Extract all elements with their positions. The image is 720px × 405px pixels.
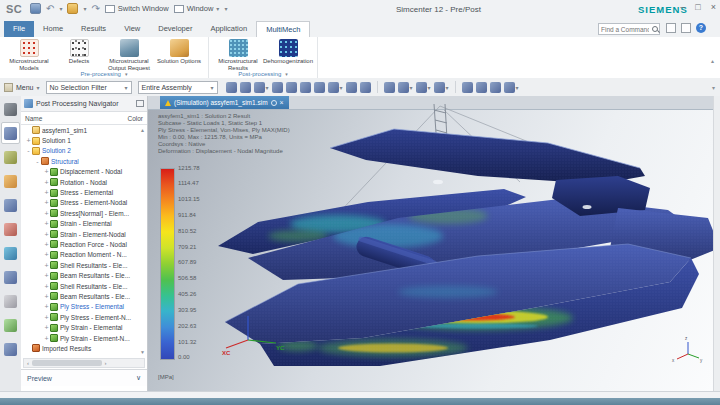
edit-section-icon[interactable]: [384, 82, 395, 93]
chevron-down-icon[interactable]: ▾: [428, 84, 431, 91]
tree-item[interactable]: +Ply Stress - Element-N...: [21, 312, 147, 322]
preferences-icon[interactable]: [504, 82, 515, 93]
selection-filter-select[interactable]: No Selection Filter ▾: [46, 81, 132, 94]
column-header-color[interactable]: Color: [127, 115, 143, 122]
layer-settings-icon[interactable]: [476, 82, 487, 93]
ribbon-tab-multimech[interactable]: MultiMech: [256, 21, 310, 37]
expander-icon[interactable]: +: [43, 293, 50, 300]
defects-button[interactable]: Defects: [54, 38, 104, 65]
documentation-icon[interactable]: [666, 23, 676, 33]
tree-item[interactable]: +Displacement - Nodal: [21, 167, 147, 177]
command-finder[interactable]: [598, 23, 660, 35]
post-processing-navigator-icon[interactable]: [1, 122, 20, 144]
simulation-navigator-icon[interactable]: [1, 146, 20, 168]
expander-icon[interactable]: +: [43, 251, 50, 258]
tree-item[interactable]: +Strain - Element-Nodal: [21, 229, 147, 239]
tree-item[interactable]: Imported Results: [21, 343, 147, 353]
expander-icon[interactable]: +: [43, 262, 50, 269]
window-layout-icon[interactable]: [254, 82, 265, 93]
menu-button[interactable]: Menu ▾: [4, 83, 40, 92]
maximize-button[interactable]: □: [695, 2, 700, 12]
scroll-down-icon[interactable]: ▼: [140, 349, 145, 355]
ribbon-tab-application[interactable]: Application: [201, 21, 256, 37]
shaded-display-icon[interactable]: [346, 82, 357, 93]
horizontal-scrollbar[interactable]: ‹ ›: [23, 358, 145, 368]
tree-item[interactable]: +Stress - Elemental: [21, 187, 147, 197]
tree-item[interactable]: +Beam Resultants - Ele...: [21, 291, 147, 301]
scroll-up-icon[interactable]: ▲: [140, 127, 145, 133]
hd3d-tools-icon[interactable]: [1, 194, 20, 216]
ribbon-collapse-icon[interactable]: ▴: [711, 57, 714, 64]
minimize-button[interactable]: –: [680, 2, 685, 12]
command-finder-input[interactable]: [599, 26, 651, 33]
redo-icon[interactable]: ↷: [91, 3, 99, 14]
group-overflow-icon[interactable]: ▾: [285, 71, 288, 77]
pan-view-icon[interactable]: [300, 82, 311, 93]
work-plane-icon[interactable]: [398, 82, 409, 93]
expander-icon[interactable]: +: [43, 283, 50, 290]
expander-icon[interactable]: +: [43, 324, 50, 331]
move-object-icon[interactable]: [434, 82, 445, 93]
selection-scope-select[interactable]: Entire Assembly ▾: [138, 81, 218, 94]
expander-icon[interactable]: -: [25, 147, 32, 154]
touch-mode-icon[interactable]: [681, 23, 691, 33]
search-icon[interactable]: [651, 25, 659, 33]
graphics-viewport[interactable]: (Simulation) assyfem1_sim1.sim ×: [148, 96, 713, 391]
undo-icon[interactable]: ↶: [46, 3, 54, 14]
close-button[interactable]: ×: [711, 2, 716, 12]
scroll-right-icon[interactable]: ›: [102, 360, 110, 366]
toolbar-overflow-icon[interactable]: ▾: [712, 84, 715, 91]
chevron-down-icon[interactable]: ▾: [410, 84, 413, 91]
expander-icon[interactable]: +: [43, 168, 50, 175]
switch-window-button[interactable]: Switch Window: [105, 4, 169, 13]
tree-item[interactable]: +Strain - Elemental: [21, 219, 147, 229]
expander-icon[interactable]: +: [43, 272, 50, 279]
save-icon[interactable]: [30, 3, 41, 14]
ribbon-tab-home[interactable]: Home: [34, 21, 72, 37]
chevron-down-icon[interactable]: ▾: [516, 84, 519, 91]
chevron-down-icon[interactable]: ▾: [266, 84, 269, 91]
expander-icon[interactable]: +: [43, 335, 50, 342]
qat-customize-icon[interactable]: ▾: [224, 5, 227, 12]
snap-point-icon[interactable]: [272, 82, 283, 93]
expander-icon[interactable]: -: [34, 158, 41, 165]
undo-view-icon[interactable]: [240, 82, 251, 93]
open-icon[interactable]: [67, 3, 78, 14]
expander-icon[interactable]: +: [43, 210, 50, 217]
part-navigator-icon[interactable]: [1, 170, 20, 192]
open-dropdown-icon[interactable]: ▾: [83, 5, 86, 12]
object-display-icon[interactable]: [490, 82, 501, 93]
wireframe-display-icon[interactable]: [360, 82, 371, 93]
system-materials-icon[interactable]: [1, 338, 20, 360]
expander-icon[interactable]: +: [43, 314, 50, 321]
microstructural-results-button[interactable]: Microstructural Results: [213, 38, 263, 71]
undock-panel-icon[interactable]: [136, 100, 144, 107]
tree-item[interactable]: +Rotation - Nodal: [21, 177, 147, 187]
tree-item[interactable]: +Beam Resultants - Ele...: [21, 270, 147, 280]
window-menu-button[interactable]: Window ▾: [174, 4, 220, 13]
tree-item[interactable]: +Stress - Element-Nodal: [21, 198, 147, 208]
tree-item[interactable]: assyfem1_sim1: [21, 125, 147, 135]
tree-item[interactable]: -Structural: [21, 156, 147, 166]
ribbon-tab-developer[interactable]: Developer: [149, 21, 201, 37]
solution-options-button[interactable]: Solution Options: [154, 38, 204, 65]
dehomogenization-button[interactable]: Dehomogenization: [263, 38, 313, 65]
process-studio-icon[interactable]: [1, 290, 20, 312]
expander-icon[interactable]: +: [43, 189, 50, 196]
ribbon-tab-view[interactable]: View: [115, 21, 149, 37]
zoom-view-icon[interactable]: [314, 82, 325, 93]
chevron-down-icon[interactable]: ▾: [340, 84, 343, 91]
show-hide-icon[interactable]: [462, 82, 473, 93]
web-browser-icon[interactable]: [1, 242, 20, 264]
tree-item[interactable]: +Ply Strain - Element-N...: [21, 333, 147, 343]
expander-icon[interactable]: +: [43, 220, 50, 227]
refresh-icon[interactable]: [226, 82, 237, 93]
reuse-library-icon[interactable]: [1, 218, 20, 240]
tree-item[interactable]: +Solution 1: [21, 135, 147, 145]
manage-templates-icon[interactable]: [1, 314, 20, 336]
tree-item[interactable]: +Ply Stress - Elemental: [21, 302, 147, 312]
microstructural-models-button[interactable]: Microstructural Models: [4, 38, 54, 71]
expander-icon[interactable]: +: [43, 303, 50, 310]
scrollbar-thumb[interactable]: [32, 360, 102, 366]
ribbon-tab-file[interactable]: File: [4, 21, 34, 37]
